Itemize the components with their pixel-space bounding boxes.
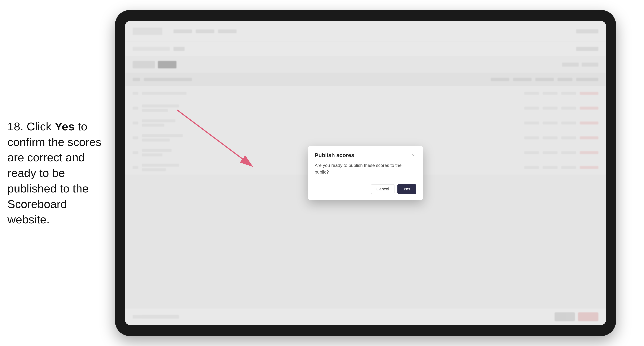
tablet-screen: Publish scores × Are you ready to publis… bbox=[125, 21, 606, 325]
instruction-text: 18. Click Yes to confirm the scores are … bbox=[8, 119, 115, 227]
cancel-button[interactable]: Cancel bbox=[371, 184, 394, 194]
dialog-title: Publish scores bbox=[315, 152, 354, 158]
tablet-device: Publish scores × Are you ready to publis… bbox=[115, 10, 616, 336]
bold-yes: Yes bbox=[55, 120, 74, 133]
dialog-message: Are you ready to publish these scores to… bbox=[315, 162, 416, 175]
dialog-body: Are you ready to publish these scores to… bbox=[308, 162, 423, 180]
step-number: 18. bbox=[8, 120, 24, 133]
yes-button[interactable]: Yes bbox=[398, 184, 416, 194]
dialog-header: Publish scores × bbox=[308, 146, 423, 162]
dialog-overlay: Publish scores × Are you ready to publis… bbox=[125, 21, 606, 325]
dialog-close-button[interactable]: × bbox=[410, 152, 416, 158]
page-container: 18. Click Yes to confirm the scores are … bbox=[0, 0, 644, 346]
dialog-footer: Cancel Yes bbox=[308, 180, 423, 200]
dialog-box: Publish scores × Are you ready to publis… bbox=[308, 146, 423, 200]
